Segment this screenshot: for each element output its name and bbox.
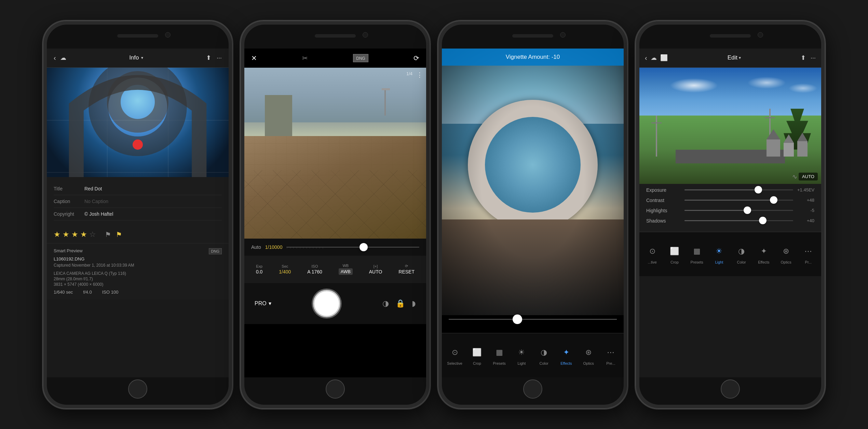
power-button-3[interactable] (628, 99, 628, 126)
toolbar-selective[interactable]: ⊙ Selective (444, 345, 466, 365)
toolbar-optics-4[interactable]: ⊛ Optics (775, 244, 797, 264)
caption-value[interactable]: No Caption (84, 199, 108, 204)
exp-value[interactable]: 0.0 (256, 269, 262, 274)
toolbar-more-4[interactable]: ⋯ Pr... (797, 244, 819, 264)
close-icon[interactable]: ✕ (251, 54, 257, 62)
title-value: Red Dot (84, 186, 102, 191)
home-button-4[interactable] (721, 379, 740, 399)
shadows-track[interactable] (684, 220, 793, 221)
crop-icon-4[interactable]: ⬜ (660, 54, 668, 62)
star-3[interactable]: ★ (71, 230, 78, 239)
shutter-button[interactable] (313, 290, 340, 317)
svg-rect-6 (382, 88, 390, 90)
toolbar-effects[interactable]: ✦ Effects (555, 345, 577, 365)
curve-icon[interactable]: ∿ (792, 173, 797, 180)
viewfinder-more[interactable]: ⋮ (417, 71, 423, 79)
more-toolbar-label: Pre... (606, 361, 615, 365)
svg-rect-5 (384, 88, 386, 116)
sec-control[interactable]: Sec 1/400 (279, 264, 291, 274)
flag-active-icon[interactable]: ⚑ (116, 230, 122, 239)
speaker-1 (117, 34, 158, 38)
toolbar-color-4[interactable]: ◑ Color (730, 244, 752, 264)
exposure-slider[interactable]: · · · · · · · · · · · · (286, 247, 419, 247)
cloud-icon-4[interactable]: ☁ (651, 54, 657, 62)
camera-screen: ✕ ✂ DNG ⟳ (244, 49, 426, 377)
toolbar-light[interactable]: ☀ Light (511, 345, 533, 365)
iso-control[interactable]: ISO A 1760 (307, 264, 322, 274)
volume-up-button-3[interactable] (437, 89, 437, 106)
volume-up-button-2[interactable] (240, 89, 240, 106)
more-icon-4[interactable]: ··· (811, 54, 816, 62)
share-icon[interactable]: ⬆ (206, 54, 211, 62)
reset-control[interactable]: ⟳ RESET (398, 264, 415, 274)
exposure-thumb[interactable] (360, 243, 368, 251)
wb-control[interactable]: WB AWB (339, 264, 353, 275)
toolbar-effects-4[interactable]: ✦ Effects (752, 244, 775, 264)
star-5[interactable]: ☆ (89, 230, 96, 239)
volume-down-button-3[interactable] (437, 113, 437, 130)
cloud-icon[interactable]: ☁ (60, 54, 66, 62)
volume-up-button[interactable] (42, 89, 42, 106)
reset-icon: ⟳ (405, 264, 408, 268)
exposure-track[interactable] (684, 189, 793, 190)
dropdown-icon[interactable]: ▾ (141, 55, 143, 60)
half-circle-icon[interactable]: ◑ (382, 299, 389, 308)
phone-1-inner: ‹ ☁ Info ▾ ⬆ ··· (47, 25, 229, 405)
flag-icon[interactable]: ⚑ (105, 230, 111, 239)
street-light (378, 88, 392, 122)
toolbar-light-4[interactable]: ☀ Light (708, 244, 730, 264)
back-icon-4[interactable]: ‹ (645, 54, 647, 62)
share-icon-4[interactable]: ⬆ (801, 54, 806, 62)
highlights-track[interactable] (684, 210, 793, 211)
highlights-thumb[interactable] (744, 206, 751, 214)
mute-button[interactable] (42, 68, 42, 80)
mute-button-3[interactable] (437, 68, 437, 80)
more-icon[interactable]: ··· (217, 54, 222, 62)
toolbar-optics[interactable]: ⊛ Optics (578, 345, 600, 365)
lock-icon[interactable]: 🔒 (396, 299, 405, 308)
auto-button[interactable]: AUTO (799, 173, 818, 180)
power-button-2[interactable] (431, 99, 431, 126)
header-left: ‹ ☁ (54, 54, 66, 62)
plus-control[interactable]: [+] AUTO (369, 264, 382, 274)
optics-icon: ⊛ (581, 345, 596, 360)
star-4[interactable]: ★ (80, 230, 87, 239)
pro-label: PRO (255, 300, 267, 307)
contrast-track[interactable] (684, 200, 793, 201)
vignette-slider-thumb[interactable] (513, 314, 522, 324)
exposure-thumb[interactable] (755, 186, 762, 193)
mute-button-4[interactable] (635, 68, 635, 80)
volume-down-button-4[interactable] (635, 113, 635, 130)
moon-icon[interactable]: ◗ (412, 299, 416, 308)
volume-down-button[interactable] (42, 113, 42, 130)
selective-icon-4: ⊙ (645, 244, 660, 258)
scissors-icon[interactable]: ✂ (302, 54, 308, 62)
toolbar-more[interactable]: ⋯ Pre... (600, 345, 622, 365)
camera-flip-icon[interactable]: ⟳ (413, 54, 419, 62)
toolbar-selective-4[interactable]: ⊙ ...tive (641, 244, 663, 264)
toolbar-presets[interactable]: ▦ Presets (488, 345, 511, 365)
clouds (639, 75, 821, 102)
toolbar-presets-4[interactable]: ▦ Presets (686, 244, 708, 264)
volume-down-button-2[interactable] (240, 113, 240, 130)
iso-label: ISO (312, 264, 318, 268)
vignette-slider-track[interactable] (449, 319, 617, 320)
star-1[interactable]: ★ (54, 230, 60, 239)
home-button-1[interactable] (128, 379, 147, 399)
power-button[interactable] (233, 99, 233, 126)
home-button-3[interactable] (523, 379, 542, 399)
edit-dropdown-icon[interactable]: ▾ (739, 55, 741, 60)
shadows-thumb[interactable] (759, 217, 767, 224)
toolbar-color[interactable]: ◑ Color (533, 345, 555, 365)
home-button-2[interactable] (326, 379, 345, 399)
pro-button[interactable]: PRO ▾ (255, 300, 271, 307)
star-2[interactable]: ★ (63, 230, 69, 239)
mute-button-2[interactable] (240, 68, 240, 80)
volume-up-button-4[interactable] (635, 89, 635, 106)
camera-viewfinder[interactable]: 1/4 ⋮ (244, 68, 426, 239)
toolbar-crop-4[interactable]: ⬜ Crop (663, 244, 686, 264)
contrast-thumb[interactable] (770, 196, 777, 204)
back-icon[interactable]: ‹ (54, 54, 56, 62)
toolbar-crop[interactable]: ⬜ Crop (466, 345, 488, 365)
power-button-4[interactable] (826, 99, 826, 126)
